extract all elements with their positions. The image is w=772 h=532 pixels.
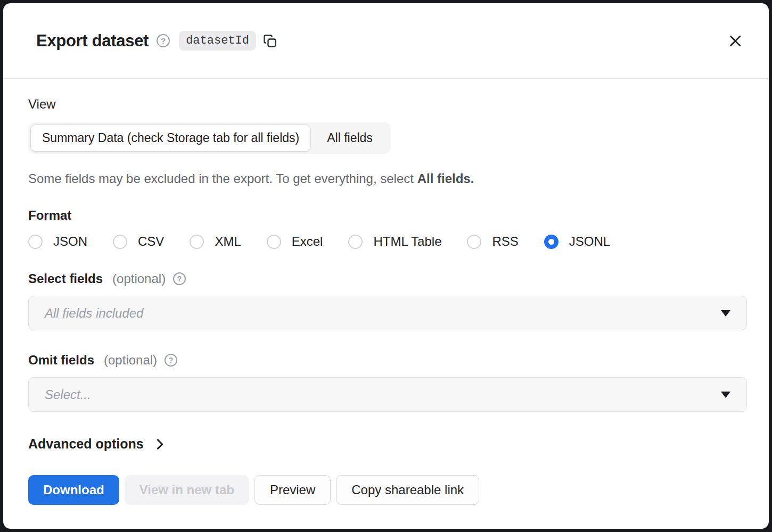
view-helper-text: Some fields may be excluded in the expor… <box>28 171 747 187</box>
page-title: Export dataset <box>36 31 149 51</box>
format-option-label: HTML Table <box>373 234 441 249</box>
help-icon[interactable]: ? <box>165 354 177 367</box>
copy-icon <box>262 34 277 48</box>
omit-fields-label-row: Omit fields (optional) ? <box>28 353 747 368</box>
radio-icon <box>348 235 363 249</box>
format-option-label: CSV <box>138 234 164 249</box>
format-option-json[interactable]: JSON <box>28 234 87 249</box>
format-section: Format JSONCSVXMLExcelHTML TableRSSJSONL <box>28 208 747 249</box>
radio-selected-icon <box>544 235 559 249</box>
view-option-all-fields[interactable]: All fields <box>311 124 389 152</box>
view-segmented-control: Summary Data (check Storage tab for all … <box>28 122 391 154</box>
copy-dataset-id-button[interactable] <box>262 34 277 48</box>
chevron-down-icon <box>721 392 730 398</box>
chevron-right-icon <box>152 437 167 452</box>
advanced-options-toggle[interactable]: Advanced options <box>28 436 167 452</box>
format-option-rss[interactable]: RSS <box>467 234 518 249</box>
omit-fields-section: Omit fields (optional) ? Select... <box>28 353 747 412</box>
format-option-jsonl[interactable]: JSONL <box>544 234 610 249</box>
select-fields-dropdown[interactable]: All fields included <box>28 296 747 330</box>
format-option-html-table[interactable]: HTML Table <box>348 234 441 249</box>
dataset-id-badge: datasetId <box>179 31 256 51</box>
format-option-excel[interactable]: Excel <box>267 234 323 249</box>
chevron-down-icon <box>721 310 730 317</box>
radio-icon <box>113 235 127 249</box>
format-option-csv[interactable]: CSV <box>113 234 164 249</box>
helper-text-main: Some fields may be excluded in the expor… <box>28 171 417 186</box>
close-button[interactable] <box>727 33 743 49</box>
format-option-label: XML <box>215 234 241 249</box>
radio-icon <box>267 235 281 249</box>
format-radio-group: JSONCSVXMLExcelHTML TableRSSJSONL <box>28 234 747 249</box>
copy-shareable-link-button[interactable]: Copy shareable link <box>336 475 479 505</box>
close-icon <box>727 33 743 49</box>
omit-fields-placeholder: Select... <box>45 387 91 402</box>
omit-fields-dropdown[interactable]: Select... <box>28 377 747 412</box>
format-option-label: JSONL <box>569 234 610 249</box>
help-icon[interactable]: ? <box>173 272 186 285</box>
modal-body: View Summary Data (check Storage tab for… <box>3 79 769 505</box>
view-section-label: View <box>28 97 747 112</box>
view-in-new-tab-button[interactable]: View in new tab <box>125 475 249 505</box>
select-fields-label-row: Select fields (optional) ? <box>28 271 747 286</box>
select-fields-placeholder: All fields included <box>45 306 143 321</box>
help-icon[interactable]: ? <box>157 34 170 47</box>
view-option-summary-data-check-storage-tab-for-all-fields[interactable]: Summary Data (check Storage tab for all … <box>30 124 311 152</box>
omit-fields-optional-label: (optional) <box>104 353 157 368</box>
modal-header: Export dataset ? datasetId <box>3 3 769 79</box>
export-dataset-modal: Export dataset ? datasetId View Summary … <box>3 3 769 529</box>
download-button[interactable]: Download <box>28 475 119 505</box>
format-option-label: RSS <box>492 234 518 249</box>
helper-text-emphasis: All fields. <box>417 171 474 186</box>
preview-button[interactable]: Preview <box>254 475 331 505</box>
radio-icon <box>190 235 204 249</box>
format-option-xml[interactable]: XML <box>190 234 241 249</box>
format-option-label: Excel <box>292 234 323 249</box>
select-fields-optional-label: (optional) <box>112 271 166 286</box>
radio-icon <box>467 235 481 249</box>
select-fields-label: Select fields <box>28 271 103 286</box>
format-section-label: Format <box>28 208 747 223</box>
actions-row: Download View in new tab Preview Copy sh… <box>28 475 747 505</box>
omit-fields-label: Omit fields <box>28 353 94 368</box>
radio-icon <box>28 235 43 249</box>
format-option-label: JSON <box>53 234 87 249</box>
select-fields-section: Select fields (optional) ? All fields in… <box>28 271 747 330</box>
advanced-options-label: Advanced options <box>28 436 144 452</box>
